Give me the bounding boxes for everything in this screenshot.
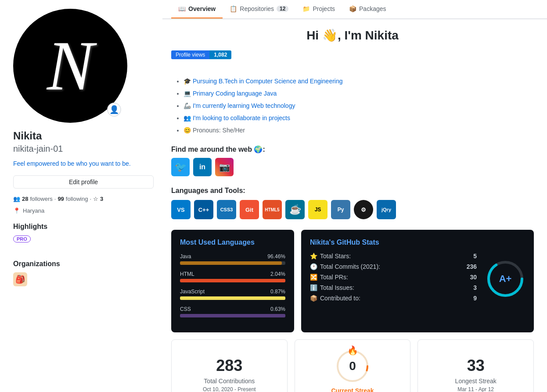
location-text: Haryana xyxy=(23,207,44,214)
total-contributions-sub: Oct 10, 2020 - Present xyxy=(203,386,256,392)
profile-bio: Feel empowered to be who you want to be. xyxy=(13,159,154,168)
greeting: Hi 👋, I'm Nikita xyxy=(171,28,534,43)
stats-list: ⭐ Total Stars: 5 🕐 Total Commits (2021):… xyxy=(310,253,477,305)
github-stats-card: Nikita's GitHub Stats ⭐ Total Stars: 5 🕐… xyxy=(301,230,534,332)
lang-bar-css: CSS 0.63% xyxy=(180,306,285,317)
instagram-icon: 📷 xyxy=(219,162,230,172)
lang-bar-java: Java 96.46% xyxy=(180,253,285,265)
grade-text: A+ xyxy=(499,273,512,285)
repos-badge: 12 xyxy=(277,6,288,12)
profile-views-value: 1,082 xyxy=(209,50,231,59)
org-icon: 🎒 xyxy=(13,272,27,286)
profile-views-label: Profile views xyxy=(171,50,209,59)
list-item: 💻 Primary Coding language Java xyxy=(184,87,534,100)
longest-streak-card: 33 Longest Streak Mar 11 - Apr 12 xyxy=(417,339,534,392)
stars-count[interactable]: 3 xyxy=(100,196,103,202)
nav-tabs-wrapper: 📖 Overview 📋 Repositories 12 📁 Projects … xyxy=(162,0,547,19)
longest-streak-sub: Mar 11 - Apr 12 xyxy=(457,386,494,392)
css3-icon: CSS3 xyxy=(217,200,236,219)
linkedin-link[interactable]: in xyxy=(193,158,212,176)
git-icon: Git xyxy=(240,200,259,219)
list-item: 😊 Pronouns: She/Her xyxy=(184,124,534,136)
following-count[interactable]: 99 xyxy=(58,196,64,202)
most-used-langs-title: Most Used Languages xyxy=(180,239,285,246)
profile-username: nikita-jain-01 xyxy=(13,144,154,154)
current-streak-ring: 🔥 0 xyxy=(335,349,370,384)
avatar-container: N 👤 xyxy=(13,9,127,123)
tab-overview[interactable]: 📖 Overview xyxy=(171,0,223,18)
total-contributions-card: 283 Total Contributions Oct 10, 2020 - P… xyxy=(171,339,288,392)
stat-stars: ⭐ Total Stars: 5 xyxy=(310,253,477,260)
longest-streak-label: Longest Streak xyxy=(455,378,497,385)
prs-icon: 🔀 xyxy=(310,274,317,281)
tab-projects[interactable]: 📁 Projects xyxy=(295,0,342,18)
stat-issues: ℹ️ Total Issues: 3 xyxy=(310,284,477,291)
repos-icon: 📋 xyxy=(230,5,237,12)
packages-icon: 📦 xyxy=(349,5,356,12)
github-icon: ⚙ xyxy=(354,200,373,219)
python-icon: Py xyxy=(331,200,350,219)
issues-icon: ℹ️ xyxy=(310,284,317,291)
lang-bar-js: JavaScript 0.87% xyxy=(180,289,285,300)
follow-stats: 👥 28 followers · 99 following · ☆ 3 xyxy=(13,196,154,202)
location-icon: 📍 xyxy=(13,207,20,214)
current-streak-number: 0 xyxy=(349,359,356,373)
instagram-link[interactable]: 📷 xyxy=(215,158,234,176)
twitter-icon: 🐦 xyxy=(175,161,187,173)
highlights-title: Highlights xyxy=(13,223,154,231)
projects-icon: 📁 xyxy=(302,5,310,12)
avatar-letter: N xyxy=(47,25,94,107)
grade-circle: A+ xyxy=(486,259,525,299)
github-stats-title: Nikita's GitHub Stats xyxy=(310,239,525,246)
lang-bar-html: HTML 2.04% xyxy=(180,271,285,282)
tab-packages-label: Packages xyxy=(359,5,386,12)
tab-repos-label: Repositories xyxy=(240,5,274,12)
star-stat-icon: ⭐ xyxy=(310,253,317,260)
social-icons: 🐦 in 📷 xyxy=(171,158,534,176)
current-streak-card: 🔥 0 Current Streak Apr 20 xyxy=(295,339,411,392)
tools-icons: VS C++ CSS3 Git HTML5 ☕ JS Py ⚙ jQry xyxy=(171,200,534,219)
contributed-icon: 📦 xyxy=(310,295,317,302)
longest-streak-number: 33 xyxy=(467,356,485,375)
pro-badge: PRO xyxy=(13,235,31,242)
location: 📍 Haryana xyxy=(13,207,154,214)
java-icon: ☕ xyxy=(285,200,305,219)
most-used-langs-card: Most Used Languages Java 96.46% HTML 2.0… xyxy=(171,230,294,332)
stats-inner: ⭐ Total Stars: 5 🕐 Total Commits (2021):… xyxy=(310,253,525,305)
flame-icon: 🔥 xyxy=(347,345,358,356)
current-streak-label: Current Streak xyxy=(331,387,374,392)
cpp-icon: C++ xyxy=(194,200,213,219)
star-icon: ☆ xyxy=(93,196,98,202)
total-contributions-label: Total Contributions xyxy=(204,378,255,385)
total-contributions-number: 283 xyxy=(216,356,242,375)
stat-contributed: 📦 Contributed to: 9 xyxy=(310,295,477,302)
tab-packages[interactable]: 📦 Packages xyxy=(342,0,393,18)
vscode-icon: VS xyxy=(171,200,191,219)
stats-row: Most Used Languages Java 96.46% HTML 2.0… xyxy=(171,230,534,332)
followers-icon: 👥 xyxy=(13,196,20,202)
followers-count[interactable]: 28 xyxy=(22,196,28,202)
tab-repositories[interactable]: 📋 Repositories 12 xyxy=(223,0,295,18)
tools-title: Languages and Tools: xyxy=(171,187,534,195)
tab-projects-label: Projects xyxy=(313,5,335,12)
stat-prs: 🔀 Total PRs: 30 xyxy=(310,274,477,281)
jquery-icon: jQry xyxy=(377,200,396,219)
bio-list: 🎓 Pursuing B.Tech in Computer Science an… xyxy=(171,75,534,136)
html5-icon: HTML5 xyxy=(263,200,282,219)
followers-label: followers xyxy=(30,196,52,202)
edit-profile-button[interactable]: Edit profile xyxy=(13,175,154,189)
sidebar: N 👤 Nikita nikita-jain-01 Feel empowered… xyxy=(0,0,162,392)
main-content: Hi 👋, I'm Nikita Profile views 1,082 🎓 P… xyxy=(162,19,547,392)
profile-views-badge: Profile views 1,082 xyxy=(171,50,231,59)
stat-commits: 🕐 Total Commits (2021): 236 xyxy=(310,263,477,270)
avatar-decoration: 👤 xyxy=(107,103,121,117)
find-title: Find me around the web 🌍: xyxy=(171,145,534,153)
commits-icon: 🕐 xyxy=(310,263,317,270)
profile-name: Nikita xyxy=(13,130,154,142)
twitter-link[interactable]: 🐦 xyxy=(171,158,190,176)
following-label: following xyxy=(66,196,88,202)
list-item: 🎓 Pursuing B.Tech in Computer Science an… xyxy=(184,75,534,87)
tab-overview-label: Overview xyxy=(188,5,216,12)
streak-row: 283 Total Contributions Oct 10, 2020 - P… xyxy=(171,339,534,392)
list-item: 🦾 I'm currently learning Web technology xyxy=(184,100,534,112)
